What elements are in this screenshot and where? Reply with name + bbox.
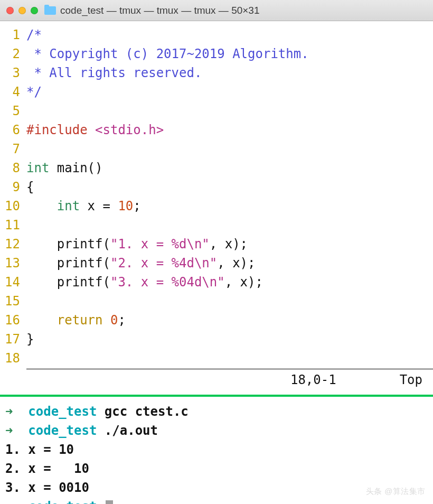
line-number: 12	[0, 235, 26, 254]
code-line[interactable]: 3 * All rights reserved.	[0, 63, 433, 82]
shell-prompt-line[interactable]: ➜ code_test gcc ctest.c	[5, 402, 428, 421]
code-content[interactable]: int x = 10;	[26, 197, 433, 216]
editor-pane[interactable]: 1/*2 * Copyright (c) 2017~2019 Algorithm…	[0, 21, 433, 368]
line-number: 1	[0, 25, 26, 44]
code-line[interactable]: 4*/	[0, 82, 433, 101]
code-line[interactable]: 12 printf("1. x = %d\n", x);	[0, 235, 433, 254]
prompt-dir: code_test	[28, 404, 97, 419]
code-line[interactable]: 5	[0, 101, 433, 120]
close-icon[interactable]	[6, 7, 14, 14]
prompt-arrow-icon: ➜	[5, 423, 13, 438]
code-line[interactable]: 10 int x = 10;	[0, 197, 433, 216]
line-number: 3	[0, 63, 26, 82]
code-content[interactable]	[26, 292, 433, 311]
code-line[interactable]: 17}	[0, 330, 433, 349]
scroll-indicator: Top	[400, 372, 422, 387]
code-line[interactable]: 2 * Copyright (c) 2017~2019 Algorithm.	[0, 44, 433, 63]
code-line[interactable]: 9{	[0, 178, 433, 197]
line-number: 11	[0, 216, 26, 235]
line-number: 17	[0, 330, 26, 349]
line-number: 6	[0, 120, 26, 139]
code-content[interactable]	[26, 349, 433, 368]
code-content[interactable]: printf("3. x = %04d\n", x);	[26, 273, 433, 292]
line-number: 9	[0, 178, 26, 197]
code-content[interactable]: printf("2. x = %4d\n", x);	[26, 254, 433, 273]
code-content[interactable]	[26, 216, 433, 235]
prompt-arrow-icon: ➜	[5, 499, 13, 504]
shell-command[interactable]: ./a.out	[105, 423, 158, 438]
output-text: 1. x = 10	[5, 442, 74, 457]
code-line[interactable]: 16 return 0;	[0, 311, 433, 330]
code-line[interactable]: 8int main()	[0, 158, 433, 178]
code-content[interactable]: * All rights reserved.	[26, 63, 433, 82]
code-content[interactable]: #include <stdio.h>	[26, 120, 433, 139]
line-number: 4	[0, 82, 26, 101]
shell-prompt-line[interactable]: ➜ code_test	[5, 497, 428, 504]
code-line[interactable]: 18	[0, 349, 433, 368]
code-line[interactable]: 6#include <stdio.h>	[0, 120, 433, 139]
code-line[interactable]: 7	[0, 139, 433, 158]
folder-icon	[44, 6, 56, 15]
output-text: 3. x = 0010	[5, 480, 89, 495]
code-content[interactable]	[26, 139, 433, 158]
code-line[interactable]: 15	[0, 292, 433, 311]
code-line[interactable]: 11	[0, 216, 433, 235]
watermark: 头条 @算法集市	[366, 487, 426, 497]
line-number: 5	[0, 101, 26, 120]
cursor-icon	[106, 500, 113, 504]
line-number: 8	[0, 158, 26, 178]
prompt-arrow-icon: ➜	[5, 404, 13, 419]
minimize-icon[interactable]	[18, 7, 26, 14]
code-line[interactable]: 13 printf("2. x = %4d\n", x);	[0, 254, 433, 273]
maximize-icon[interactable]	[31, 7, 38, 14]
prompt-dir: code_test	[28, 423, 97, 438]
code-line[interactable]: 1/*	[0, 25, 433, 44]
code-content[interactable]: int main()	[26, 158, 433, 178]
code-content[interactable]: return 0;	[26, 311, 433, 330]
cursor-position: 18,0-1	[290, 372, 336, 387]
code-line[interactable]: 14 printf("3. x = %04d\n", x);	[0, 273, 433, 292]
code-content[interactable]	[26, 101, 433, 120]
line-number: 18	[0, 349, 26, 368]
code-content[interactable]: */	[26, 82, 433, 101]
code-content[interactable]: printf("1. x = %d\n", x);	[26, 235, 433, 254]
shell-output-line[interactable]: 2. x = 10	[5, 459, 428, 478]
line-number: 7	[0, 139, 26, 158]
window-titlebar: code_test — tmux — tmux — tmux — 50×31	[0, 0, 433, 21]
line-number: 13	[0, 254, 26, 273]
shell-command[interactable]: gcc ctest.c	[105, 404, 189, 419]
line-number: 2	[0, 44, 26, 63]
code-content[interactable]: * Copyright (c) 2017~2019 Algorithm.	[26, 44, 433, 63]
output-text: 2. x = 10	[5, 461, 89, 476]
line-number: 15	[0, 292, 26, 311]
line-number: 14	[0, 273, 26, 292]
prompt-dir: code_test	[28, 499, 97, 504]
shell-output-line[interactable]: 3. x = 0010	[5, 478, 428, 497]
line-number: 10	[0, 197, 26, 216]
window-title: code_test — tmux — tmux — tmux — 50×31	[60, 5, 260, 16]
line-number: 16	[0, 311, 26, 330]
shell-output-line[interactable]: 1. x = 10	[5, 440, 428, 459]
code-content[interactable]: }	[26, 330, 433, 349]
vim-statusline: 18,0-1 Top	[0, 369, 433, 393]
code-content[interactable]: {	[26, 178, 433, 197]
shell-prompt-line[interactable]: ➜ code_test ./a.out	[5, 421, 428, 440]
traffic-lights	[6, 7, 38, 14]
code-content[interactable]: /*	[26, 25, 433, 44]
